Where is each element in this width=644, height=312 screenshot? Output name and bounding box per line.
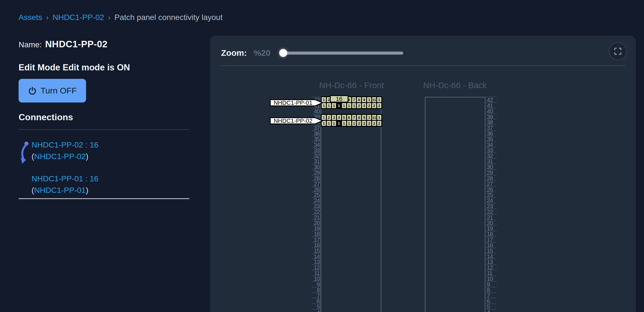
connections-heading-divider bbox=[19, 129, 189, 130]
port[interactable]: 1 bbox=[377, 115, 381, 120]
breadcrumb-item-nhdc1-pp-02[interactable]: NHDC1-PP-02 bbox=[53, 13, 104, 22]
port[interactable]: 9 bbox=[362, 115, 366, 120]
connections-heading: Connections bbox=[19, 112, 73, 122]
zoom-slider[interactable] bbox=[280, 52, 403, 55]
rack-front-body bbox=[321, 97, 381, 312]
rack-unit-number: 27 bbox=[485, 181, 497, 187]
port[interactable]: 11 bbox=[372, 97, 376, 102]
port[interactable]: 7 bbox=[352, 115, 356, 120]
port[interactable]: 7 bbox=[352, 97, 356, 102]
rack-unit-number: 4 bbox=[485, 309, 497, 312]
port[interactable]: 1 bbox=[327, 103, 331, 108]
port[interactable]: 1 bbox=[327, 121, 331, 126]
port[interactable]: 1 bbox=[332, 103, 336, 108]
rack-unit-number: 34 bbox=[312, 142, 321, 148]
port[interactable]: 2 bbox=[377, 103, 381, 108]
port[interactable]: 2 bbox=[372, 121, 376, 126]
rack-unit-number: 42 bbox=[485, 97, 497, 103]
rack-back-unit-numbers: 4241403938373635343332313029282726252423… bbox=[485, 97, 497, 312]
port[interactable]: 8 bbox=[357, 97, 361, 102]
rack-unit-number: 30 bbox=[485, 164, 497, 170]
rack-front-unit-numbers: 4241403938373635343332313029282726252423… bbox=[312, 97, 321, 312]
port[interactable]: 9 bbox=[362, 97, 366, 102]
connections-list-divider bbox=[19, 198, 189, 199]
rack-unit-number: 15 bbox=[485, 248, 497, 254]
rack-unit-number: 10 bbox=[485, 276, 497, 282]
connection-target-link[interactable]: NHDC1-PP-01 bbox=[34, 186, 86, 195]
rack-front-title: NH-Dc-66 - Front bbox=[319, 81, 384, 90]
port[interactable]: 1 bbox=[342, 103, 346, 108]
turn-off-button[interactable]: Turn OFF bbox=[19, 79, 86, 102]
port[interactable]: 1 bbox=[332, 121, 336, 126]
port[interactable]: 2 bbox=[327, 115, 331, 120]
port[interactable]: 2 bbox=[377, 121, 381, 126]
rack-back-title: NH-Dc-66 - Back bbox=[423, 81, 487, 90]
port-selected[interactable]: 1 bbox=[337, 103, 341, 108]
rack-unit-number: 29 bbox=[485, 170, 497, 175]
selected-port-tooltip: 16 bbox=[330, 95, 348, 102]
toolbar-divider bbox=[221, 65, 625, 66]
svg-text:NHDC1-PP-01: NHDC1-PP-01 bbox=[274, 99, 312, 106]
paren-close: ) bbox=[86, 152, 88, 161]
connection-icon-spacer bbox=[19, 173, 31, 175]
connection-port-link[interactable]: NHDC1-PP-02 : 16 bbox=[31, 139, 98, 151]
port[interactable]: 1 bbox=[347, 103, 351, 108]
port-selected[interactable]: 1 bbox=[337, 121, 341, 126]
connection-target-line: (NHDC1-PP-01) bbox=[31, 184, 98, 196]
port[interactable]: 4 bbox=[337, 115, 341, 120]
patch-panel-label-nhdc1-pp-01[interactable]: NHDC1-PP-01 bbox=[270, 99, 324, 106]
connection-text: NHDC1-PP-02 : 16(NHDC1-PP-02) bbox=[31, 139, 98, 162]
rack-unit-number: 28 bbox=[312, 175, 321, 181]
rack-unit-number: 22 bbox=[485, 209, 497, 215]
port[interactable]: 1 bbox=[352, 121, 356, 126]
port[interactable]: 2 bbox=[362, 121, 366, 126]
patch-panel-label-nhdc1-pp-02[interactable]: NHDC1-PP-02 bbox=[270, 117, 324, 124]
paren-open: ( bbox=[31, 186, 34, 195]
port[interactable]: 5 bbox=[342, 115, 346, 120]
fullscreen-button[interactable] bbox=[609, 42, 627, 60]
paren-open: ( bbox=[31, 152, 34, 161]
connection-port-link[interactable]: NHDC1-PP-01 : 16 bbox=[31, 173, 98, 184]
rack-unit-number: 29 bbox=[312, 170, 321, 175]
port[interactable]: 8 bbox=[357, 115, 361, 120]
breadcrumb-separator: › bbox=[108, 13, 111, 22]
rack-unit-number: 23 bbox=[485, 203, 497, 209]
rack-unit-number: 15 bbox=[312, 248, 321, 254]
layout-panel: Zoom: %20 NH-Dc-66 - Front NH-Dc-66 - Ba… bbox=[210, 36, 636, 312]
breadcrumb-item-patch-panel-connectivity-layout: Patch panel connectivity layout bbox=[114, 13, 222, 22]
rack-unit-number: 35 bbox=[312, 136, 321, 142]
breadcrumb-item-assets[interactable]: Assets bbox=[19, 13, 42, 22]
port[interactable]: 1 bbox=[347, 121, 351, 126]
edit-mode-status: Edit Mode Edit mode is ON bbox=[19, 63, 130, 73]
connection-target-link[interactable]: NHDC1-PP-02 bbox=[34, 152, 86, 161]
rack-unit-number: 9 bbox=[485, 282, 497, 287]
port[interactable]: 2 bbox=[372, 103, 376, 108]
zoom-control-row: Zoom: %20 bbox=[221, 46, 403, 60]
port[interactable]: 1 bbox=[377, 97, 381, 102]
port[interactable]: 1 bbox=[367, 115, 371, 120]
port-row: 111111122222 bbox=[322, 121, 381, 126]
rack-unit-number: 35 bbox=[485, 136, 497, 142]
port[interactable]: 2 bbox=[357, 103, 361, 108]
asset-name-value: NHDC1-PP-02 bbox=[45, 39, 107, 50]
rack-unit-number: 36 bbox=[312, 131, 321, 136]
zoom-value: %20 bbox=[254, 48, 271, 58]
rack-unit-number: 41 bbox=[485, 103, 497, 108]
rack-unit-number: 16 bbox=[312, 242, 321, 248]
port[interactable]: 3 bbox=[332, 115, 336, 120]
port[interactable]: 2 bbox=[362, 103, 366, 108]
connection-arrow-icon bbox=[19, 139, 31, 166]
port[interactable]: 11 bbox=[372, 115, 376, 120]
rack-unit-number: 16 bbox=[485, 242, 497, 248]
port[interactable]: 1 bbox=[352, 103, 356, 108]
port[interactable]: 2 bbox=[357, 121, 361, 126]
port[interactable]: 2 bbox=[367, 121, 371, 126]
port[interactable]: 6 bbox=[347, 115, 351, 120]
port[interactable]: 2 bbox=[367, 103, 371, 108]
port[interactable]: 1 bbox=[367, 97, 371, 102]
svg-text:NHDC1-PP-02: NHDC1-PP-02 bbox=[274, 117, 312, 124]
connection-item: NHDC1-PP-02 : 16(NHDC1-PP-02) bbox=[19, 139, 98, 166]
zoom-slider-thumb[interactable] bbox=[279, 49, 287, 57]
port[interactable]: 1 bbox=[342, 121, 346, 126]
asset-name-row: Name: NHDC1-PP-02 bbox=[19, 39, 107, 50]
